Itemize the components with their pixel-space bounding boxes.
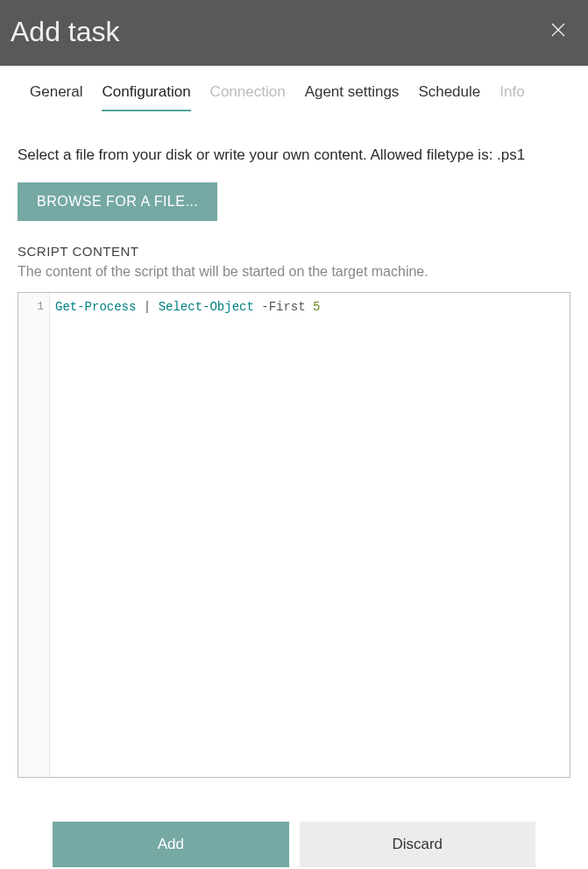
footer-actions: Add Discard [0,787,588,867]
tab-schedule[interactable]: Schedule [418,83,480,111]
discard-button[interactable]: Discard [300,822,536,867]
content-panel: Select a file from your disk or write yo… [0,111,588,787]
line-number: 1 [18,300,44,313]
code-token-cmdlet: Select-Object [159,300,254,314]
dialog-title: Add task [11,16,120,48]
script-editor[interactable]: 1 Get-Process | Select-Object -First 5 [18,292,570,778]
code-body[interactable]: Get-Process | Select-Object -First 5 [50,293,570,777]
code-token-number: 5 [313,300,320,314]
script-content-description: The content of the script that will be s… [18,264,570,280]
tab-agent-settings[interactable]: Agent settings [305,83,400,111]
tab-general[interactable]: General [30,83,82,111]
browse-file-button[interactable]: BROWSE FOR A FILE... [18,182,217,221]
tab-info: Info [499,83,524,111]
file-description: Select a file from your disk or write yo… [18,145,570,167]
script-content-label: SCRIPT CONTENT [18,244,570,259]
tab-bar: General Configuration Connection Agent s… [0,66,588,111]
code-token-param: -First [254,300,313,314]
tab-configuration[interactable]: Configuration [102,83,190,111]
tab-connection: Connection [210,83,286,111]
line-gutter: 1 [18,293,50,777]
dialog-header: Add task [0,0,588,66]
code-token-cmdlet: Get-Process [55,300,136,314]
code-token-pipe: | [136,300,158,314]
close-button[interactable] [546,18,570,46]
close-icon [551,23,565,37]
add-button[interactable]: Add [53,822,289,867]
